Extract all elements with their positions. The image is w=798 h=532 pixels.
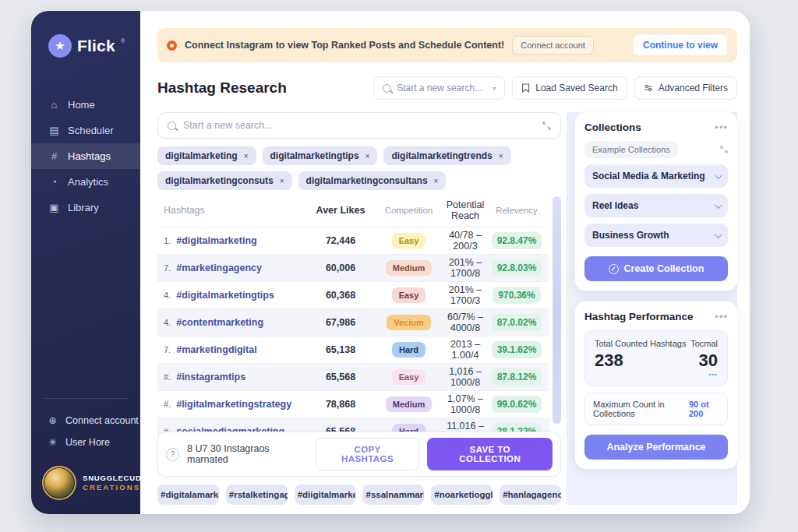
expand-icon[interactable] bbox=[542, 122, 551, 130]
max-count-label: Maximum Count in Collections bbox=[593, 400, 689, 418]
total-counted-label: Total Counted Hashtags bbox=[595, 339, 686, 348]
search-tag[interactable]: digitalmarketing× bbox=[157, 146, 256, 165]
selection-status-bar: ? 8 U7 30 Instagraos marnated COPY HASHT… bbox=[157, 432, 561, 477]
hashtag-cell: #.#ligitalmarketingstrategy bbox=[157, 399, 309, 410]
page-header: Hashtag Research Start a new search... ▾… bbox=[157, 76, 737, 100]
search-tag[interactable]: digitalmarketingtrends× bbox=[383, 146, 510, 165]
suggested-hashtag-chip[interactable]: #diigitalmarketingtipcy bbox=[295, 484, 356, 505]
competition-cell: Hard bbox=[372, 342, 446, 358]
suggested-hashtag-chip[interactable]: #ssalnammarketing bbox=[362, 484, 424, 505]
table-row[interactable]: 7.#marketingdigital65,138Hard2013 – 1.00… bbox=[157, 336, 549, 364]
suggested-hashtag-chip[interactable]: #hanlagagency bbox=[500, 484, 561, 505]
selection-status-text: 8 U7 30 Instagraos marnated bbox=[187, 443, 308, 465]
collection-select[interactable]: Business Growth bbox=[584, 224, 728, 247]
table-row[interactable]: #.#ligitalmarketingstrategy78,868Medium1… bbox=[157, 391, 549, 418]
table-row[interactable]: 4.#contentmarketing67,986Vecium60/7% – 4… bbox=[157, 309, 549, 336]
instagram-alert-icon bbox=[167, 41, 177, 51]
example-collections-chip[interactable]: Example Collections bbox=[584, 141, 678, 158]
competition-badge: Vecium bbox=[387, 315, 431, 330]
max-count-row: Maximum Count in Collections 90 ot 200 bbox=[584, 393, 728, 425]
advanced-filters-button[interactable]: Advanced Filters bbox=[634, 76, 737, 100]
help-icon[interactable]: ? bbox=[166, 448, 179, 461]
remove-tag-icon[interactable]: × bbox=[434, 177, 439, 185]
side-panels: Collections ••• Example Collections Soci… bbox=[575, 112, 737, 505]
sidebar-item-label: Home bbox=[68, 99, 95, 111]
sidebar-item-home[interactable]: ⌂Home bbox=[31, 92, 140, 118]
relevancy-cell: 92.8.03% bbox=[485, 259, 549, 277]
brand: ★ Flick ® bbox=[31, 11, 140, 58]
suggested-hashtag-chip[interactable]: #rstalketingagency bbox=[226, 484, 288, 505]
hashtag-link[interactable]: #digitalmarketing bbox=[176, 235, 257, 246]
competition-badge: Easy bbox=[392, 369, 426, 385]
total-sub-dots: ••• bbox=[690, 371, 718, 378]
suggested-hashtag-chip[interactable]: #digitalamarketing bbox=[157, 484, 219, 505]
remove-tag-icon[interactable]: × bbox=[244, 152, 249, 160]
create-collection-button[interactable]: ✓ Create Collection bbox=[584, 256, 728, 281]
hashtag-link[interactable]: #contentmarketing bbox=[176, 317, 263, 328]
relevancy-badge: 87.8.12% bbox=[492, 368, 542, 386]
collection-select[interactable]: Social Media & Marketing bbox=[584, 164, 728, 188]
footer-item-label: Connect account bbox=[65, 415, 139, 426]
mini-search-box[interactable]: Start a new search... ▾ bbox=[373, 76, 505, 100]
hashtag-link[interactable]: #instagramtips bbox=[176, 372, 245, 382]
search-tag[interactable]: digitalmarketingconsuts× bbox=[157, 171, 292, 190]
relevancy-cell: 87.8.12% bbox=[485, 368, 549, 386]
collection-select-label: Reel Ideas bbox=[592, 200, 638, 211]
sidebar-item-hashtags[interactable]: #Hashtags bbox=[31, 143, 140, 169]
more-options-icon[interactable]: ••• bbox=[715, 311, 728, 322]
total-counted-value: 238 bbox=[595, 351, 686, 371]
col-relevency: Relevency bbox=[485, 206, 549, 215]
table-row[interactable]: 1.#digitalmarketing72,446Easy40/78 – 200… bbox=[157, 227, 549, 255]
chevron-down-icon bbox=[715, 231, 722, 238]
connect-banner: Connect Instagram to view Top Ranked Pos… bbox=[157, 28, 737, 62]
potential-reach-cell: 201% – 1700/8 bbox=[446, 257, 485, 279]
sidebar-item-scheduler[interactable]: ▤Scheduler bbox=[31, 118, 140, 143]
load-saved-search-button[interactable]: Load Saved Search bbox=[512, 76, 627, 100]
hashtag-link[interactable]: #marketingagency bbox=[176, 262, 262, 273]
hashtag-link[interactable]: #ligitalmarketingstrategy bbox=[176, 399, 291, 410]
remove-tag-icon[interactable]: × bbox=[280, 177, 284, 185]
hashtag-link[interactable]: #marketingdigital bbox=[176, 344, 257, 355]
copy-hashtags-button[interactable]: COPY HASHTAGS bbox=[316, 438, 420, 470]
load-saved-search-label: Load Saved Search bbox=[535, 83, 617, 93]
creator-name-line2: CREATIONS bbox=[83, 483, 142, 492]
remove-tag-icon[interactable]: × bbox=[365, 152, 370, 160]
table-row[interactable]: 4.#digitalmarketingtips60,368Easy201% – … bbox=[157, 282, 549, 309]
search-tag[interactable]: digitalmarketingtips× bbox=[263, 146, 378, 165]
advanced-filters-label: Advanced Filters bbox=[659, 83, 728, 93]
col-aver-likes: Aver Likes bbox=[309, 205, 372, 216]
collection-select[interactable]: Reel Ideas bbox=[584, 194, 728, 217]
potential-reach-cell: 60/7% – 4000/8 bbox=[446, 312, 485, 333]
relevancy-cell: 99.0.62% bbox=[485, 396, 549, 413]
sidebar: ★ Flick ® ⌂Home▤Scheduler#Hashtags◔Analy… bbox=[31, 11, 140, 514]
suggested-hashtag-chip[interactable]: #noarketioggleCby bbox=[431, 484, 493, 505]
hashtag-link[interactable]: #digitalmarketingtips bbox=[176, 290, 274, 301]
sidebar-footer-item-connect-account[interactable]: ⊕Connect account bbox=[31, 410, 140, 432]
search-input[interactable] bbox=[183, 120, 535, 131]
hashtag-cell: 4.#contentmarketing bbox=[157, 317, 309, 328]
hashtag-cell: 4.#digitalmarketingtips bbox=[157, 290, 309, 301]
analyze-performance-button[interactable]: Analyze Performance bbox=[584, 435, 728, 460]
collections-title: Collections bbox=[584, 122, 641, 133]
sidebar-item-library[interactable]: ▣Library bbox=[31, 195, 140, 220]
collapse-icon[interactable] bbox=[720, 146, 728, 153]
sliders-icon bbox=[644, 83, 653, 93]
banner-connect-account-button[interactable]: Connect account bbox=[512, 36, 594, 55]
sidebar-item-label: Hashtags bbox=[68, 150, 111, 162]
library-icon: ▣ bbox=[48, 202, 60, 213]
table-scrollbar[interactable] bbox=[553, 196, 561, 424]
bookmark-icon bbox=[521, 83, 530, 93]
table-row[interactable]: #.#instagramtips65,568Easy1,016 – 1000/8… bbox=[157, 364, 549, 391]
potential-reach-cell: 2013 – 1.00/4 bbox=[446, 339, 485, 361]
relevancy-badge: 99.0.62% bbox=[492, 396, 542, 413]
continue-to-view-button[interactable]: Continue to view bbox=[633, 34, 728, 56]
sidebar-footer-item-user-hore[interactable]: ✳User Hore bbox=[31, 432, 140, 453]
more-options-icon[interactable]: ••• bbox=[715, 122, 728, 133]
save-to-collection-button[interactable]: SAVE TO COLLECTION bbox=[427, 438, 553, 470]
search-tag[interactable]: digitalmarketingconsultans× bbox=[298, 171, 447, 190]
sidebar-item-analytics[interactable]: ◔Analytics bbox=[31, 169, 140, 195]
table-row[interactable]: 7.#marketingagency60,006Medium201% – 170… bbox=[157, 255, 549, 282]
remove-tag-icon[interactable]: × bbox=[499, 152, 503, 160]
total-value: 30 bbox=[690, 351, 718, 371]
row-index: 4. bbox=[164, 318, 171, 327]
